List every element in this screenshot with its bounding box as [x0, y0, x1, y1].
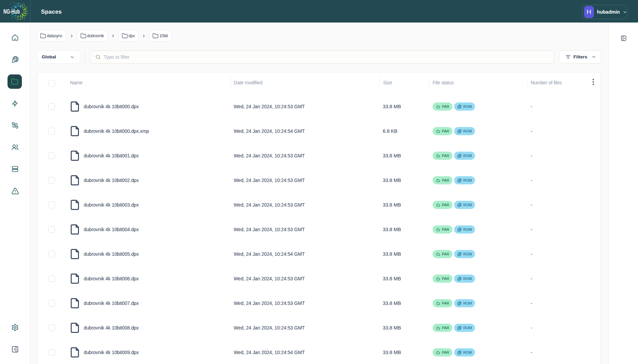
svg-text:TM: TM — [21, 13, 23, 14]
svg-text:NG-Hub: NG-Hub — [3, 8, 20, 15]
